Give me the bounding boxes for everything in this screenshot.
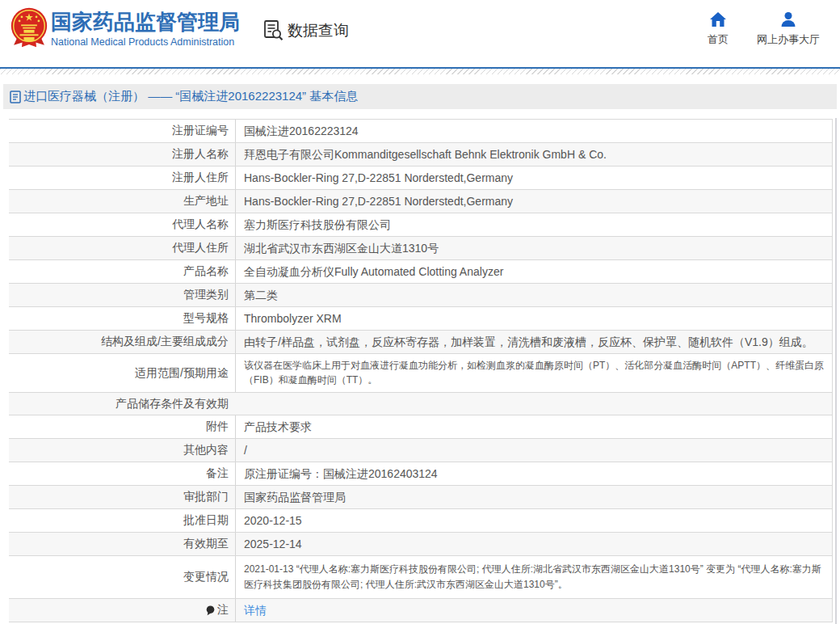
row-value: 2020-12-15 [235,509,832,532]
row-label: 结构及组成/主要组成成分 [9,331,235,353]
row-value: Hans-Bockler-Ring 27,D-22851 Norderstedt… [235,167,832,189]
row-value: 该仪器在医学临床上用于对血液进行凝血功能分析，如检测血浆的凝血酶原时间（PT）、… [235,354,832,392]
row-label: 产品名称 [9,260,235,283]
table-row: 审批部门国家药品监督管理局 [9,486,832,509]
table-row: 变更情况2021-01-13 “代理人名称:塞力斯医疗科技股份有限公司; 代理人… [9,556,832,599]
row-label: 生产地址 [9,190,235,213]
table-row: 批准日期2020-12-15 [9,509,832,533]
table-row: 备注原注册证编号：国械注进20162403124 [9,462,832,486]
row-label: 有效期至 [9,533,235,555]
table-row: 产品名称全自动凝血分析仪Fully Automated Clotting Ana… [9,260,832,284]
table-row: 代理人名称塞力斯医疗科技股份有限公司 [9,213,832,237]
row-label: 备注 [9,462,235,485]
row-label: 其他内容 [9,439,235,462]
home-icon [710,12,726,27]
data-query-heading: 数据查询 [263,19,349,41]
table-row: 其他内容/ [9,439,832,462]
header-nav: 首页 网上办事大厅 [708,12,840,47]
row-value: 塞力斯医疗科技股份有限公司 [235,213,832,236]
org-name-zh: 国家药品监督管理局 [51,10,240,34]
site-header: 国家药品监督管理局 National Medical Products Admi… [0,0,840,67]
row-value: 详情 [235,599,832,622]
details-link[interactable]: 详情 [244,602,267,618]
row-value: 国械注进20162223124 [235,120,832,142]
table-row: 附件产品技术要求 [9,415,832,439]
row-value: 2025-12-14 [235,533,832,555]
nmpa-logo[interactable]: 国家药品监督管理局 National Medical Products Admi… [10,7,240,48]
row-value: 全自动凝血分析仪Fully Automated Clotting Analyze… [235,260,832,283]
row-value: 拜恩电子有限公司Kommanditgesellschaft Behnk Elek… [235,143,832,166]
data-query-icon [263,19,284,41]
national-emblem-icon [10,7,48,48]
row-value: Thrombolyzer XRM [235,307,832,330]
table-row: 适用范围/预期用途该仪器在医学临床上用于对血液进行凝血功能分析，如检测血浆的凝血… [9,354,832,393]
row-value: 国家药品监督管理局 [235,486,832,508]
row-label: 批准日期 [9,509,235,532]
table-row: 注册证编号国械注进20162223124 [9,120,832,143]
table-row: 代理人住所湖北省武汉市东西湖区金山大道1310号 [9,237,832,260]
row-value: 第二类 [235,284,832,306]
table-row: 产品储存条件及有效期 [9,393,832,415]
table-row: 型号规格Thrombolyzer XRM [9,307,832,331]
info-table: 注册证编号国械注进20162223124注册人名称拜恩电子有限公司Kommand… [9,119,833,622]
row-label: 注册人名称 [9,143,235,166]
row-label: 审批部门 [9,486,235,508]
row-value: 2021-01-13 “代理人名称:塞力斯医疗科技股份有限公司; 代理人住所:湖… [235,556,832,598]
row-value: 产品技术要求 [235,415,832,438]
row-value [235,393,832,415]
row-label: 代理人名称 [9,213,235,236]
row-value: Hans-Bockler-Ring 27,D-22851 Norderstedt… [235,190,832,213]
table-row: 注册人名称拜恩电子有限公司Kommanditgesellschaft Behnk… [9,143,832,167]
table-row: 注册人住所Hans-Bockler-Ring 27,D-22851 Norder… [9,167,832,190]
row-label: 注册人住所 [9,167,235,189]
table-row: 结构及组成/主要组成成分由转子/样品盘，试剂盘，反应杯寄存器，加样装置，清洗槽和… [9,331,832,354]
row-label: 代理人住所 [9,237,235,259]
table-row: 管理类别第二类 [9,284,832,307]
table-row: 注详情 [9,599,832,622]
table-row: 生产地址Hans-Bockler-Ring 27,D-22851 Norders… [9,190,832,213]
row-label: 注册证编号 [9,120,235,142]
page: 国家药品监督管理局 National Medical Products Admi… [0,0,840,624]
nav-online-hall[interactable]: 网上办事大厅 [757,12,820,47]
comment-icon [206,605,215,616]
nav-home[interactable]: 首页 [708,12,729,47]
row-label: 附件 [9,415,235,438]
breadcrumb-text: 进口医疗器械（注册） —— “国械注进20162223124” 基本信息 [23,89,358,104]
row-value: / [235,439,832,462]
data-query-label[interactable]: 数据查询 [288,20,349,41]
hatch-band [0,69,840,74]
row-value: 湖北省武汉市东西湖区金山大道1310号 [235,237,832,259]
row-label: 产品储存条件及有效期 [9,393,235,415]
breadcrumb: 进口医疗器械（注册） —— “国械注进20162223124” 基本信息 [3,84,837,109]
row-label: 管理类别 [9,284,235,306]
row-label: 型号规格 [9,307,235,330]
scrollbar[interactable] [835,118,837,624]
row-label: 适用范围/预期用途 [9,354,235,392]
row-label: 变更情况 [9,556,235,598]
table-row: 有效期至2025-12-14 [9,533,832,556]
row-value: 由转子/样品盘，试剂盘，反应杯寄存器，加样装置，清洗槽和废液槽，反应杯、保护罩、… [235,331,832,353]
row-label: 注 [9,599,235,622]
document-icon [10,91,21,103]
row-value: 原注册证编号：国械注进20162403124 [235,462,832,485]
org-name-en: National Medical Products Administration [51,36,240,48]
person-icon [780,12,796,27]
